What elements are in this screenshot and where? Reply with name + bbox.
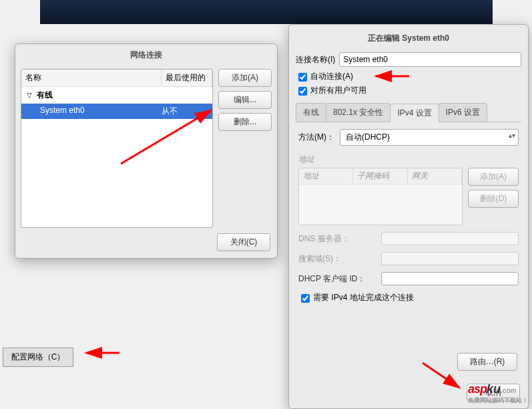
tab-security[interactable]: 802.1x 安全性 (326, 103, 390, 122)
dhcp-client-label: DHCP 客户端 ID： (298, 273, 377, 285)
watermark-brand1: asp (468, 382, 487, 396)
list-header: 名称 最后使用的 (21, 70, 212, 87)
search-domain-label: 搜索域(S)： (298, 253, 377, 265)
routes-button[interactable]: 路由…(R) (457, 353, 517, 371)
require-ipv4-label[interactable]: 需要 IPv4 地址完成这个连接 (313, 292, 414, 303)
auto-connect-label[interactable]: 自动连接(A) (310, 71, 353, 82)
item-last: 从不 (162, 106, 212, 117)
close-button[interactable]: 关闭(C) (217, 233, 270, 251)
column-name[interactable]: 名称 (21, 70, 162, 86)
edit-dialog-title: 正在编辑 System eth0 (296, 29, 521, 48)
addresses-label: 地址 (298, 154, 519, 165)
watermark: aspku.com 免费网站源码下载站！ (468, 382, 528, 405)
connection-item-system-eth0[interactable]: System eth0 从不 (21, 104, 212, 119)
arrow-annotation-3 (83, 346, 123, 360)
group-wired[interactable]: ▽ 有线 (21, 87, 212, 104)
dialog-title: 网络连接 (15, 44, 277, 66)
group-label: 有线 (37, 90, 53, 100)
dns-label: DNS 服务器： (298, 233, 377, 245)
connection-list[interactable]: 名称 最后使用的 ▽ 有线 System eth0 从不 (21, 69, 213, 228)
addresses-table[interactable]: 地址 子网掩码 网关 (298, 168, 463, 225)
method-combo[interactable]: 自动(DHCP) ▴▾ (340, 129, 519, 146)
watermark-brand2: ku (487, 382, 501, 396)
network-connections-dialog: 网络连接 名称 最后使用的 ▽ 有线 System eth0 从不 添加(A) … (15, 43, 278, 259)
edit-button[interactable]: 编辑... (218, 91, 272, 109)
add-button[interactable]: 添加(A) (218, 69, 272, 87)
search-domain-input (381, 252, 519, 265)
configure-network-button[interactable]: 配置网络（C） (3, 348, 73, 367)
tab-ipv4[interactable]: IPv4 设置 (390, 104, 439, 122)
auto-connect-checkbox[interactable] (298, 73, 307, 82)
method-value: 自动(DHCP) (346, 132, 390, 142)
item-name: System eth0 (40, 106, 162, 117)
dhcp-client-input[interactable] (381, 272, 519, 285)
dns-input (381, 232, 519, 245)
expander-icon[interactable]: ▽ (27, 92, 32, 99)
watermark-tld: .com (501, 387, 516, 394)
ipv4-tab-content: 方法(M)： 自动(DHCP) ▴▾ 地址 地址 子网掩码 网关 添加(A) (296, 122, 521, 309)
connection-name-label: 连接名称(I) (296, 54, 335, 65)
tab-wired[interactable]: 有线 (296, 103, 326, 122)
chevron-updown-icon: ▴▾ (509, 132, 515, 139)
require-ipv4-checkbox[interactable] (301, 294, 310, 303)
column-last-used[interactable]: 最后使用的 (162, 70, 212, 86)
col-address: 地址 (299, 168, 353, 184)
add-address-button[interactable]: 添加(A) (468, 168, 519, 186)
top-banner (40, 0, 493, 24)
col-gateway: 网关 (408, 168, 462, 184)
delete-address-button[interactable]: 删除(D) (468, 190, 519, 208)
tabs: 有线 802.1x 安全性 IPv4 设置 IPv6 设置 (296, 103, 521, 122)
connection-name-input[interactable] (339, 52, 521, 67)
delete-button[interactable]: 删除... (218, 113, 272, 131)
all-users-checkbox[interactable] (298, 87, 307, 96)
watermark-sub: 免费网站源码下载站！ (468, 396, 528, 405)
method-label: 方法(M)： (298, 132, 334, 143)
edit-connection-dialog: 正在编辑 System eth0 连接名称(I) 自动连接(A) 对所有用户可用… (288, 24, 529, 409)
all-users-label[interactable]: 对所有用户可用 (310, 85, 366, 96)
col-netmask: 子网掩码 (353, 168, 407, 184)
tab-ipv6[interactable]: IPv6 设置 (439, 103, 487, 122)
